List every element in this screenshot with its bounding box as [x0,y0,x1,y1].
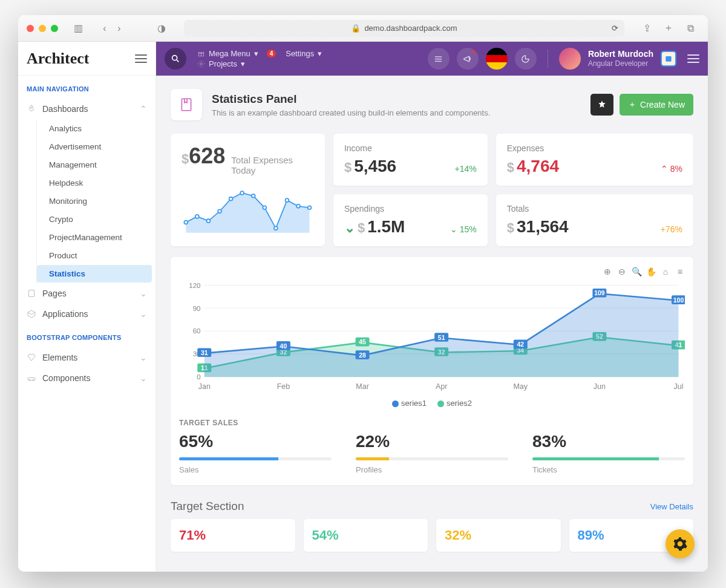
mega-menu-link[interactable]: Mega Menu▾ [197,49,258,58]
svg-text:31: 31 [201,350,208,356]
user-avatar[interactable] [559,48,581,70]
main-chart-card: ⊕ ⊖ 🔍 ✋ ⌂ ≡ 0306090120JanFebMarAprMayJun… [171,257,693,485]
tabs-icon[interactable]: ⧉ [684,22,697,35]
caret-up-icon: ⌃ [661,164,668,174]
right-drawer-toggle[interactable] [687,54,699,63]
chart-legend: series1series2 [179,399,685,408]
target-profiles: 22%Profiles [356,432,508,474]
view-details-link[interactable]: View Details [650,502,693,511]
settings-link[interactable]: Settings▾ [286,49,322,58]
chart-menu-icon[interactable]: ≡ [675,267,685,276]
settings-badge: 4 [267,50,276,57]
zoom-selection-icon[interactable]: 🔍 [632,267,641,276]
caret-down-icon: ⌄ [450,224,457,234]
svg-text:120: 120 [189,282,200,289]
close-window[interactable] [27,25,34,32]
svg-point-18 [274,226,278,230]
minimize-window[interactable] [39,25,46,32]
svg-text:Jan: Jan [198,382,211,391]
svg-text:109: 109 [594,290,605,296]
search-button[interactable] [165,48,186,70]
zoom-out-icon[interactable]: ⊖ [617,267,627,276]
svg-text:May: May [513,382,528,391]
new-tab-icon[interactable]: ＋ [662,22,675,35]
svg-rect-1 [28,290,34,297]
svg-point-10 [184,221,188,224]
diamond-icon [27,353,36,362]
settings-fab[interactable] [666,529,695,558]
search-icon [171,54,180,64]
svg-text:Jul: Jul [674,382,684,391]
zoom-in-icon[interactable]: ⊕ [603,267,612,276]
svg-text:28: 28 [359,352,366,359]
notifications-button[interactable] [457,48,479,70]
shield-icon[interactable]: ◑ [155,22,168,35]
back-button[interactable]: ‹ [98,22,111,35]
sidebar-hamburger[interactable] [135,54,147,63]
sidebar-item-product[interactable]: Product [37,247,152,264]
sidebar-item-projectmanagement[interactable]: ProjectManagement [37,229,152,246]
sidebar-item-helpdesk[interactable]: Helpdesk [37,174,152,192]
legend-item[interactable]: series2 [437,399,472,408]
svg-text:42: 42 [517,341,524,348]
svg-point-11 [195,215,199,218]
nav-components[interactable]: Components ⌄ [18,368,155,388]
svg-text:45: 45 [359,339,366,345]
url-text: demo.dashboardpack.com [364,24,457,33]
activity-button[interactable] [515,48,537,70]
svg-point-5 [172,56,177,60]
sparkline-chart [182,180,314,237]
target-tickets: 83%Tickets [532,432,685,474]
chevron-down-icon: ⌄ [140,309,147,319]
stat-spendings: Spendings ⌄$1.5M⌄15% [333,194,488,246]
nav-pages[interactable]: Pages ⌄ [18,283,155,304]
svg-point-19 [286,198,289,202]
legend-item[interactable]: series1 [392,399,427,408]
svg-text:100: 100 [673,297,684,304]
forward-button[interactable]: › [113,22,126,35]
maximize-window[interactable] [51,25,58,32]
create-new-button[interactable]: ＋ Create New [620,94,693,116]
url-bar[interactable]: 🔒 demo.dashboardpack.com ⟳ [184,20,624,37]
nav-section-main: MAIN NAVIGATION [18,76,155,99]
sidebar-item-crypto[interactable]: Crypto [37,211,152,228]
target-sales: 65%Sales [179,432,332,474]
sidebar-toggle-icon[interactable]: ▥ [71,22,85,35]
menu-icon [434,54,443,64]
lock-icon: 🔒 [351,24,361,33]
pan-icon[interactable]: ✋ [646,267,656,276]
sidebar-item-advertisement[interactable]: Advertisement [37,138,152,155]
nav-applications[interactable]: Applications ⌄ [18,304,155,324]
caret-down-icon: ⌄ [344,220,355,235]
share-icon[interactable]: ⇪ [640,22,653,35]
user-name: Robert Murdoch [588,48,653,59]
window-controls [27,25,58,32]
page-icon [171,89,202,120]
logo: Architect [27,50,89,68]
gear-icon [197,60,205,68]
stat-totals: Totals $31,564+76% [496,194,693,246]
sidebar-item-management[interactable]: Management [37,156,152,174]
grid-menu-button[interactable] [428,48,450,70]
svg-text:51: 51 [438,335,445,341]
nav-elements[interactable]: Elements ⌄ [18,347,155,368]
projects-link[interactable]: Projects▾ [197,59,322,68]
svg-text:Feb: Feb [277,382,290,391]
mini-stat: 71% [171,519,295,552]
sidebar-item-statistics[interactable]: Statistics [37,265,152,283]
plus-icon: ＋ [628,99,636,110]
calendar-button[interactable] [661,51,676,67]
sidebar-item-monitoring[interactable]: Monitoring [37,192,152,210]
sidebar-item-analytics[interactable]: Analytics [37,120,152,137]
nav-dashboards[interactable]: Dashboards ⌃ [18,99,155,119]
stat-income: Income $5,456+14% [333,134,488,186]
home-icon[interactable]: ⌂ [661,267,670,276]
favorite-button[interactable] [590,94,613,116]
browser-titlebar: ▥ ‹ › ◑ 🔒 demo.dashboardpack.com ⟳ ⇪ ＋ ⧉ [18,15,708,42]
svg-point-17 [263,206,266,209]
reload-icon[interactable]: ⟳ [612,24,618,33]
svg-point-13 [218,209,221,213]
chevron-down-icon: ⌄ [140,353,147,362]
rocket-icon [27,104,36,114]
language-flag-germany[interactable] [486,48,508,70]
